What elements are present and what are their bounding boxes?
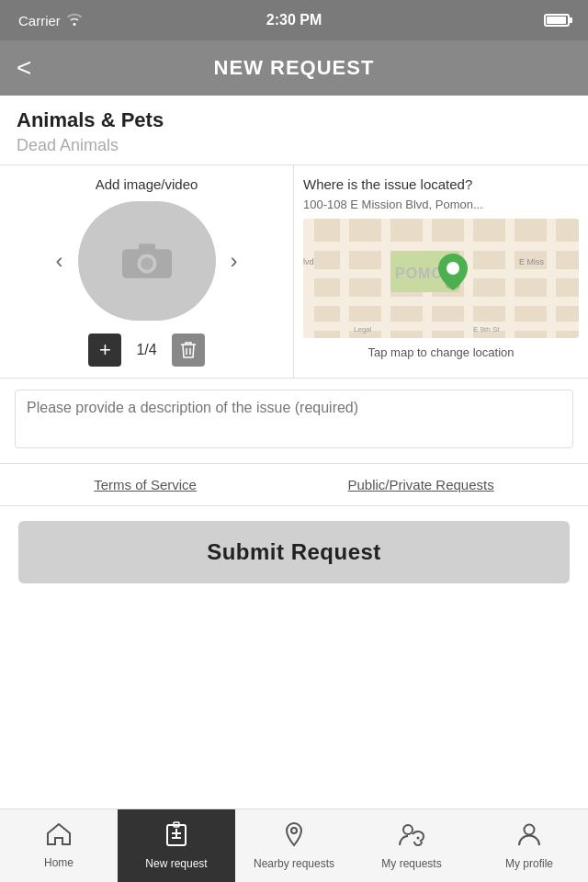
tab-my-requests-label: My requests	[381, 857, 441, 870]
delete-image-button[interactable]	[172, 334, 205, 367]
svg-text:Legal: Legal	[354, 325, 372, 334]
category-subtitle: Dead Animals	[17, 136, 571, 155]
tab-my-profile-label: My profile	[505, 857, 553, 870]
page-title: NEW REQUEST	[214, 56, 375, 80]
camera-icon	[119, 236, 175, 286]
svg-point-26	[447, 262, 459, 275]
new-request-icon	[164, 821, 189, 854]
tab-new-request[interactable]: New request	[118, 809, 235, 882]
carousel-prev-arrow[interactable]: ‹	[49, 248, 71, 274]
image-counter: 1/4	[136, 342, 156, 358]
tab-bar: Home New request Nearby requests	[0, 808, 588, 882]
public-private-link[interactable]: Public/Private Requests	[347, 477, 493, 492]
svg-rect-12	[303, 219, 314, 338]
map-container[interactable]: E Miss lvd POMONA Legal E 9th St	[303, 219, 579, 338]
tab-my-requests[interactable]: My requests	[353, 809, 470, 882]
description-textarea[interactable]	[15, 390, 573, 448]
svg-rect-18	[547, 219, 556, 338]
svg-point-2	[141, 257, 153, 270]
tab-my-profile[interactable]: My profile	[470, 809, 588, 882]
map-hint: Tap map to change location	[303, 345, 579, 359]
svg-point-32	[291, 828, 297, 833]
wifi-icon	[66, 13, 83, 28]
home-icon	[46, 822, 72, 853]
svg-point-33	[403, 825, 413, 834]
image-panel: Add image/video ‹ ›	[0, 165, 294, 378]
carrier-label: Carrier	[18, 13, 61, 28]
svg-point-34	[417, 836, 420, 839]
terms-of-service-link[interactable]: Terms of Service	[94, 477, 197, 492]
form-area: Add image/video ‹ ›	[0, 165, 588, 379]
svg-text:lvd: lvd	[303, 257, 314, 266]
image-panel-header: Add image/video	[9, 176, 284, 192]
add-image-button[interactable]: +	[88, 334, 121, 367]
svg-text:E 9th St: E 9th St	[473, 325, 500, 334]
tab-home[interactable]: Home	[0, 809, 118, 882]
content-area: Animals & Pets Dead Animals Add image/vi…	[0, 96, 588, 808]
profile-icon	[517, 821, 541, 854]
svg-rect-17	[505, 219, 514, 338]
image-placeholder[interactable]	[78, 201, 216, 321]
svg-point-35	[525, 824, 535, 834]
map-address: 100-108 E Mission Blvd, Pomon...	[303, 198, 579, 211]
svg-rect-14	[381, 219, 390, 338]
battery-icon	[544, 14, 570, 27]
category-section: Animals & Pets Dead Animals	[0, 96, 588, 165]
nearby-icon	[282, 821, 306, 854]
status-bar: Carrier 2:30 PM	[0, 0, 588, 40]
svg-rect-4	[161, 251, 168, 255]
map-panel: Where is the issue located? 100-108 E Mi…	[294, 165, 588, 378]
category-title: Animals & Pets	[17, 108, 571, 132]
back-button[interactable]: <	[17, 55, 31, 81]
carrier-wifi: Carrier	[18, 13, 83, 28]
description-section	[0, 379, 588, 464]
page-header: < NEW REQUEST	[0, 40, 588, 96]
submit-request-button[interactable]: Submit Request	[18, 521, 570, 583]
links-section: Terms of Service Public/Private Requests	[0, 464, 588, 506]
tab-home-label: Home	[44, 856, 74, 869]
svg-rect-13	[340, 219, 349, 338]
tab-nearby-requests[interactable]: Nearby requests	[235, 809, 353, 882]
tab-nearby-requests-label: Nearby requests	[254, 857, 334, 870]
svg-rect-3	[139, 243, 155, 251]
image-carousel: ‹ ›	[9, 201, 284, 321]
map-panel-header: Where is the issue located?	[303, 176, 579, 192]
status-time: 2:30 PM	[266, 12, 322, 28]
my-requests-icon	[398, 821, 425, 854]
svg-text:E Miss: E Miss	[519, 257, 545, 266]
image-controls: + 1/4	[9, 334, 284, 367]
carousel-next-arrow[interactable]: ›	[223, 248, 245, 274]
tab-new-request-label: New request	[145, 857, 207, 870]
submit-section: Submit Request	[0, 506, 588, 598]
